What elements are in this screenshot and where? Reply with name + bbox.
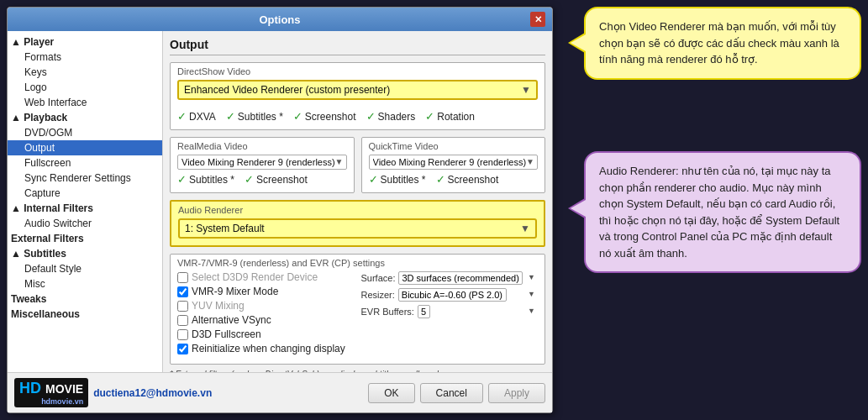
realmedia-features: ✓ Subtitles * ✓ Screenshot [177,173,347,186]
vsync-label: Alternative VSync [192,314,271,326]
quicktime-features: ✓ Subtitles * ✓ Screenshot [369,173,539,186]
sidebar-item-playback[interactable]: ▲ Playback [8,110,162,125]
close-button[interactable]: ✕ [530,12,545,27]
sidebar-item-dvd-ogm[interactable]: DVD/OGM [8,125,162,140]
vmr-checkboxes: Select D3D9 Render Device VMR-9 Mixer Mo… [177,271,355,357]
sidebar-item-misc[interactable]: Misc [8,276,162,291]
media-renderers-row: RealMedia Video Video Mixing Renderer 9 … [170,137,545,200]
apply-button[interactable]: Apply [488,383,545,403]
tooltip-yellow-text: Chọn Video Renderer mà bạn muốn, với mỗi… [599,20,839,66]
sidebar-item-keys[interactable]: Keys [8,65,162,80]
d3d9-checkbox[interactable] [177,272,188,283]
reinitialize-label: Reinitialize when changing display [192,343,345,354]
logo-movie: MOVIE [45,382,83,396]
tooltip-purple-tail [571,200,586,217]
evr-buffers-row: EVR Buffers: 5 ▼ [361,305,539,318]
tooltip-purple: Audio Renderer: như tên của nó, tại mục … [584,151,861,273]
d3d-fullscreen-label: D3D Fullscreen [192,328,261,340]
directshow-group: DirectShow Video Enhanced Video Renderer… [170,62,545,130]
options-window: Options ✕ ▲ Player Formats Keys Logo Web… [7,7,553,413]
tooltip-purple-text: Audio Renderer: như tên của nó, tại mục … [599,165,839,260]
realmedia-select[interactable]: Video Mixing Renderer 9 (renderless) [177,155,347,170]
sidebar-item-output[interactable]: Output [8,140,162,155]
evr-buffers-select[interactable]: 5 [418,305,430,318]
realmedia-label: RealMedia Video [177,141,347,151]
logo-sub: hdmovie.vn [19,397,83,406]
vmr-settings: Select D3D9 Render Device VMR-9 Mixer Mo… [177,271,538,357]
sidebar-item-audio-switcher[interactable]: Audio Switcher [8,216,162,231]
surface-label: Surface: [361,273,396,283]
vmr-label: VMR-7/VMR-9 (renderless) and EVR (CP) se… [177,258,538,268]
directshow-select[interactable]: Enhanced Video Renderer (custom presente… [177,80,538,100]
subtitles-feature: ✓ Subtitles * [226,110,283,123]
resizer-row: Resizer: Bicubic A=-0.60 (PS 2.0) ▼ [361,288,539,302]
main-panel: Output DirectShow Video Enhanced Video R… [163,31,552,372]
quicktime-label: QuickTime Video [369,141,539,151]
dialog-buttons: OK Cancel Apply [368,383,545,403]
dxva-feature: ✓ DXVA [177,110,216,123]
sidebar-item-internal-filters[interactable]: ▲ Internal Filters [8,201,162,216]
surface-row: Surface: 3D surfaces (recommended) ▼ [361,271,539,285]
logo-hd: HD [19,380,41,396]
yuv-label: YUV Mixing [192,300,245,312]
rm-screenshot: ✓ Screenshot [245,173,308,186]
audio-renderer-label: Audio Renderer [178,205,537,215]
sidebar-item-logo[interactable]: Logo [8,80,162,95]
quicktime-select[interactable]: Video Mixing Renderer 9 (renderless) [369,155,539,170]
audio-renderer-select[interactable]: 1: System Default [178,218,537,239]
quicktime-group: QuickTime Video Video Mixing Renderer 9 … [361,137,546,193]
surface-select[interactable]: 3D surfaces (recommended) [398,271,523,285]
logo-box: HD MOVIE hdmovie.vn [14,378,88,407]
audio-renderer-group: Audio Renderer 1: System Default ▼ [170,200,545,247]
evr-buffers-label: EVR Buffers: [361,307,414,317]
tooltip-yellow: Chọn Video Renderer mà bạn muốn, với mỗi… [584,7,861,80]
d3d-fullscreen-row: D3D Fullscreen [177,328,355,340]
reinitialize-checkbox[interactable] [177,344,188,354]
screenshot-feature-ds: ✓ Screenshot [293,110,356,123]
bottom-bar: HD MOVIE hdmovie.vn ductiena12@hdmovie.v… [8,372,552,412]
rm-subtitles: ✓ Subtitles * [177,173,234,186]
sidebar-item-web-interface[interactable]: Web Interface [8,95,162,110]
sidebar: ▲ Player Formats Keys Logo Web Interface… [8,31,163,372]
yuv-row: YUV Mixing [177,300,355,312]
cancel-button[interactable]: Cancel [420,383,483,403]
directshow-label: DirectShow Video [177,66,538,76]
d3d9-label: Select D3D9 Render Device [192,271,318,283]
sidebar-item-miscellaneous[interactable]: Miscellaneous [8,307,162,322]
vmr9-mixer-row: VMR-9 Mixer Mode [177,286,355,297]
content-area: ▲ Player Formats Keys Logo Web Interface… [8,31,552,372]
email-text: ductiena12@hdmovie.vn [93,387,212,399]
sidebar-item-tweaks[interactable]: Tweaks [8,291,162,307]
window-title: Options [29,13,530,26]
vmr-group: VMR-7/VMR-9 (renderless) and EVR (CP) se… [170,254,545,365]
panel-title: Output [170,38,545,55]
vmr-fields: Surface: 3D surfaces (recommended) ▼ Res… [361,271,539,357]
qt-subtitles: ✓ Subtitles * [369,173,426,186]
shaders-feature: ✓ Shaders [366,110,416,123]
sidebar-item-default-style[interactable]: Default Style [8,261,162,276]
resizer-select[interactable]: Bicubic A=-0.60 (PS 2.0) [398,288,507,302]
realmedia-group: RealMedia Video Video Mixing Renderer 9 … [170,137,355,193]
sidebar-item-subtitles[interactable]: ▲ Subtitles [8,246,162,261]
yuv-checkbox[interactable] [177,301,188,312]
sidebar-item-capture[interactable]: Capture [8,186,162,201]
vmr9-mixer-checkbox[interactable] [177,286,188,297]
d3d-fullscreen-checkbox[interactable] [177,329,188,340]
sidebar-item-fullscreen[interactable]: Fullscreen [8,155,162,171]
sidebar-item-player[interactable]: ▲ Player [8,34,162,50]
directshow-features: ✓ DXVA ✓ Subtitles * ✓ Screenshot ✓ Shad… [177,110,538,123]
logo-area: HD MOVIE hdmovie.vn ductiena12@hdmovie.v… [14,378,212,407]
qt-screenshot: ✓ Screenshot [436,173,499,186]
title-bar: Options ✕ [8,8,552,31]
resizer-label: Resizer: [361,290,395,300]
sidebar-item-external-filters[interactable]: External Filters [8,231,162,246]
vmr9-mixer-label: VMR-9 Mixer Mode [192,286,278,297]
sidebar-item-formats[interactable]: Formats [8,50,162,65]
vsync-row: Alternative VSync [177,314,355,326]
vsync-checkbox[interactable] [177,315,188,326]
d3d9-row: Select D3D9 Render Device [177,271,355,283]
rotation-feature: ✓ Rotation [425,110,475,123]
ok-button[interactable]: OK [368,383,414,403]
tooltip-yellow-tail [571,34,586,51]
sidebar-item-sync-renderer[interactable]: Sync Renderer Settings [8,171,162,186]
